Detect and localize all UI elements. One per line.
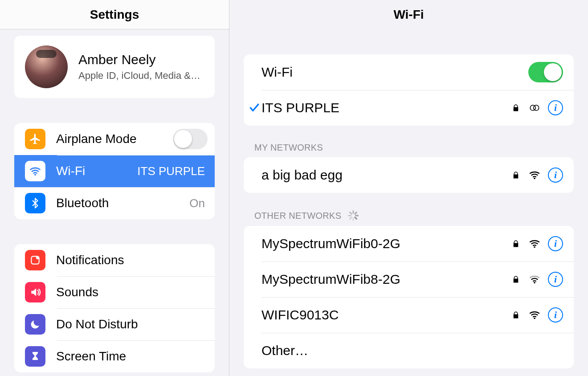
airplane-label: Airplane Mode (56, 132, 173, 146)
main-header: Wi-Fi (229, 0, 588, 29)
svg-point-8 (534, 318, 535, 319)
lock-icon (510, 310, 521, 320)
section-my-networks: MY NETWORKS (254, 143, 574, 153)
row-screentime[interactable]: Screen Time (14, 340, 215, 372)
wifi-signal-icon (529, 238, 540, 249)
info-button[interactable]: i (548, 100, 563, 115)
wifi-signal-icon (529, 170, 540, 180)
loading-spinner-icon (347, 210, 359, 221)
bluetooth-value: On (189, 196, 205, 210)
row-wifi-toggle[interactable]: Wi-Fi (244, 54, 574, 90)
bluetooth-label: Bluetooth (56, 196, 189, 210)
network-row[interactable]: MySpectrumWiFib0-2G i (244, 226, 574, 262)
settings-sidebar: Settings Amber Neely Apple ID, iCloud, M… (0, 0, 229, 376)
notifications-label: Notifications (56, 253, 208, 267)
my-networks-header-text: MY NETWORKS (254, 143, 323, 153)
sidebar-scroll[interactable]: Amber Neely Apple ID, iCloud, Media &… A… (0, 29, 229, 376)
other-networks-header-text: OTHER NETWORKS (254, 211, 341, 221)
lock-icon (510, 170, 521, 180)
other-network-label: Other… (261, 343, 563, 358)
settings-group-general: Notifications Sounds Do Not Disturb Scre… (14, 244, 215, 372)
wifi-icon (25, 161, 45, 181)
network-row[interactable]: MySpectrumWiFib8-2G i (244, 262, 574, 297)
network-row[interactable]: WIFIC9013C i (244, 297, 574, 333)
bluetooth-icon (25, 193, 45, 213)
row-bluetooth[interactable]: Bluetooth On (14, 187, 215, 219)
section-other-networks: OTHER NETWORKS (254, 210, 574, 221)
row-wifi[interactable]: Wi-Fi ITS PURPLE (14, 155, 215, 187)
wifi-top-card: Wi-Fi ITS PURPLE i (244, 54, 574, 126)
hourglass-icon (25, 346, 45, 367)
checkmark-icon (247, 102, 261, 114)
wifi-detail-pane: Wi-Fi Wi-Fi ITS PURPLE (229, 0, 588, 376)
hotspot-icon (529, 102, 540, 113)
sounds-label: Sounds (56, 285, 208, 299)
svg-point-4 (534, 105, 539, 110)
main-scroll[interactable]: Wi-Fi ITS PURPLE i (229, 29, 588, 376)
wifi-toggle[interactable] (528, 62, 563, 82)
lock-icon (510, 274, 521, 285)
apple-id-subtitle: Apple ID, iCloud, Media &… (78, 70, 200, 82)
lock-icon (510, 102, 521, 113)
svg-point-7 (534, 282, 535, 284)
wifi-toggle-label: Wi-Fi (261, 65, 528, 80)
info-button[interactable]: i (548, 168, 563, 183)
wifi-value: ITS PURPLE (137, 164, 205, 178)
network-name: WIFIC9013C (261, 307, 510, 323)
network-name: MySpectrumWiFib0-2G (261, 236, 510, 251)
sidebar-header: Settings (0, 0, 229, 29)
row-connected-network[interactable]: ITS PURPLE i (244, 90, 574, 126)
wifi-label: Wi-Fi (56, 164, 137, 178)
apple-id-card[interactable]: Amber Neely Apple ID, iCloud, Media &… (14, 36, 215, 98)
svg-point-2 (36, 256, 39, 259)
airplane-icon (25, 129, 45, 149)
my-networks-card: a big bad egg i (244, 157, 574, 193)
network-name: a big bad egg (261, 168, 510, 183)
connected-network-name: ITS PURPLE (261, 100, 510, 115)
svg-point-5 (534, 178, 535, 180)
notifications-icon (25, 250, 45, 270)
screentime-label: Screen Time (56, 349, 208, 364)
info-button[interactable]: i (548, 272, 563, 287)
info-button[interactable]: i (548, 307, 563, 323)
apple-id-name: Amber Neely (78, 52, 200, 67)
settings-group-connectivity: Airplane Mode Wi-Fi ITS PURPLE Bluetooth… (14, 123, 215, 219)
lock-icon (510, 238, 521, 249)
airplane-toggle[interactable] (173, 129, 208, 149)
sounds-icon (25, 282, 45, 302)
avatar (25, 45, 68, 88)
wifi-signal-icon (529, 310, 540, 320)
network-row[interactable]: a big bad egg i (244, 157, 574, 193)
main-title: Wi-Fi (393, 8, 424, 22)
row-sounds[interactable]: Sounds (14, 276, 215, 308)
other-networks-card: MySpectrumWiFib0-2G i MySpectrumWiFib8-2… (244, 226, 574, 368)
dnd-label: Do Not Disturb (56, 317, 208, 331)
sidebar-title: Settings (90, 8, 139, 22)
row-dnd[interactable]: Do Not Disturb (14, 308, 215, 340)
svg-point-6 (534, 246, 535, 248)
row-other-network[interactable]: Other… (244, 333, 574, 368)
wifi-signal-icon (529, 274, 540, 285)
svg-point-0 (34, 174, 36, 176)
row-airplane-mode[interactable]: Airplane Mode (14, 123, 215, 155)
info-button[interactable]: i (548, 236, 563, 251)
network-name: MySpectrumWiFib8-2G (261, 272, 510, 287)
row-notifications[interactable]: Notifications (14, 244, 215, 276)
moon-icon (25, 314, 45, 335)
apple-id-text: Amber Neely Apple ID, iCloud, Media &… (78, 52, 200, 82)
